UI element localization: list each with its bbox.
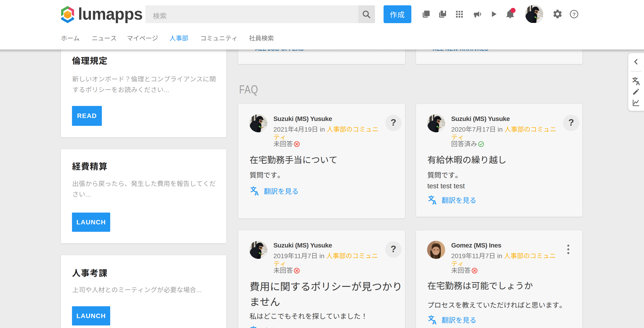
svg-text:A: A (636, 80, 640, 86)
svg-text:A: A (254, 190, 259, 197)
svg-text:文: 文 (250, 324, 256, 328)
svg-text:A: A (432, 319, 436, 326)
svg-text:A: A (432, 199, 436, 206)
svg-text:?: ? (573, 11, 576, 17)
